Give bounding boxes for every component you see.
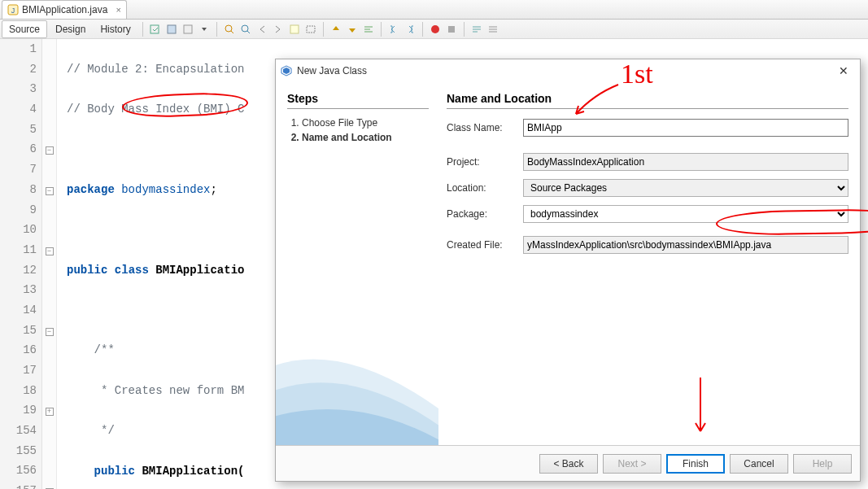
toolbar-separator <box>422 22 423 37</box>
dialog-title: New Java Class <box>297 65 827 76</box>
toolbar-icon-record[interactable] <box>428 22 443 37</box>
created-file-label: Created File: <box>447 239 517 251</box>
toolbar-icon-dropdown[interactable] <box>197 22 212 37</box>
created-file-field: yMassIndexApplication\src\bodymassindex\… <box>523 236 848 254</box>
package-label: Package: <box>447 208 517 220</box>
toolbar-icon-replace[interactable] <box>238 22 253 37</box>
svg-rect-10 <box>448 26 455 33</box>
project-label: Project: <box>447 156 517 168</box>
back-button[interactable]: < Back <box>539 454 598 474</box>
svg-rect-2 <box>150 25 159 33</box>
dialog-titlebar[interactable]: New Java Class ✕ <box>276 59 860 82</box>
new-java-class-dialog: New Java Class ✕ Steps Choose File Type … <box>275 59 861 482</box>
toolbar-separator <box>381 22 382 37</box>
package-select[interactable]: bodymassindex <box>523 205 848 223</box>
location-label: Location: <box>447 182 517 194</box>
design-tab[interactable]: Design <box>49 20 92 38</box>
close-icon[interactable]: × <box>116 5 120 15</box>
toolbar-icon-3[interactable] <box>181 22 195 37</box>
project-field: BodyMassIndexApplication <box>523 153 848 171</box>
svg-point-6 <box>242 25 248 32</box>
toolbar-separator <box>323 22 324 37</box>
fold-toggle[interactable]: − <box>46 187 54 195</box>
svg-rect-8 <box>307 26 315 33</box>
toolbar-icon-search[interactable] <box>222 22 237 37</box>
wizard-step-2: Name and Location <box>302 132 429 143</box>
location-select[interactable]: Source Packages <box>523 179 848 197</box>
wizard-background-art <box>276 323 438 445</box>
toolbar-icon-1[interactable] <box>148 22 163 37</box>
netbeans-icon <box>281 65 292 76</box>
toolbar-icon-hilite[interactable] <box>287 22 302 37</box>
toolbar-icon-comment[interactable] <box>469 22 484 37</box>
toolbar-icon-prev[interactable] <box>255 22 269 37</box>
toolbar-icon-up[interactable] <box>329 22 343 37</box>
line-number-gutter: 1 2 3 4 5 6 7 8 9 10 11 12 13 14 15 16 1… <box>0 39 42 489</box>
toolbar-icon-shift-left[interactable] <box>386 22 401 37</box>
steps-heading: Steps <box>287 92 429 109</box>
dialog-button-bar: < Back Next > Finish Cancel Help <box>276 445 860 481</box>
toolbar-icon-shift-right[interactable] <box>403 22 417 37</box>
wizard-content-panel: Name and Location Class Name: Project: B… <box>440 82 860 445</box>
toolbar-icon-stop[interactable] <box>444 22 459 37</box>
toolbar-icon-uncomment[interactable] <box>486 22 500 37</box>
toolbar-icon-2[interactable] <box>164 22 179 37</box>
fold-toggle[interactable]: + <box>46 408 54 416</box>
toolbar-separator <box>142 22 143 37</box>
svg-point-5 <box>225 25 232 32</box>
dialog-close-button[interactable]: ✕ <box>832 63 855 79</box>
finish-button[interactable]: Finish <box>666 454 725 474</box>
wizard-steps-panel: Steps Choose File Type Name and Location <box>276 82 440 445</box>
history-tab[interactable]: History <box>94 20 137 38</box>
file-tab[interactable]: J BMIApplication.java × <box>2 0 127 19</box>
toolbar-separator <box>464 22 465 37</box>
svg-rect-4 <box>184 25 192 33</box>
editor-toolbar: Source Design History <box>0 20 868 39</box>
class-name-label: Class Name: <box>447 122 517 133</box>
editor-tab-bar: J BMIApplication.java × <box>0 0 868 20</box>
toolbar-icon-down[interactable] <box>345 22 360 37</box>
toolbar-separator <box>216 22 217 37</box>
java-file-icon: J <box>7 4 19 15</box>
toolbar-icon-format[interactable] <box>361 22 376 37</box>
toolbar-icon-select[interactable] <box>303 22 318 37</box>
help-button[interactable]: Help <box>793 454 852 474</box>
svg-point-9 <box>431 25 439 33</box>
wizard-step-1: Choose File Type <box>302 117 429 129</box>
fold-toggle[interactable]: − <box>46 146 54 155</box>
fold-gutter: − − − − + − <box>42 39 57 489</box>
cancel-button[interactable]: Cancel <box>730 454 788 474</box>
toolbar-icon-next[interactable] <box>271 22 286 37</box>
svg-rect-3 <box>168 25 176 33</box>
svg-text:J: J <box>11 7 15 15</box>
content-heading: Name and Location <box>447 92 848 109</box>
file-tab-label: BMIApplication.java <box>22 4 107 15</box>
svg-rect-7 <box>290 25 299 33</box>
fold-toggle[interactable]: − <box>46 247 54 255</box>
next-button: Next > <box>603 454 661 474</box>
fold-toggle[interactable]: − <box>46 328 54 336</box>
class-name-input[interactable] <box>523 119 848 137</box>
source-tab[interactable]: Source <box>2 20 47 38</box>
